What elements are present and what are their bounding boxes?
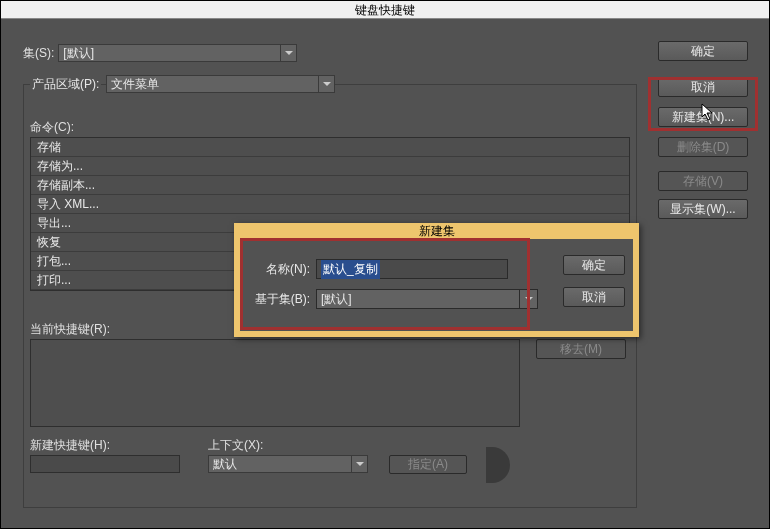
product-area-label: 产品区域(P):	[32, 77, 99, 91]
context-label: 上下文(X):	[208, 437, 263, 454]
name-label: 名称(N):	[246, 261, 310, 278]
list-item[interactable]: 存储副本...	[31, 176, 629, 195]
product-area-legend: 产品区域(P):	[30, 76, 101, 93]
product-area-value: 文件菜单	[111, 76, 159, 93]
name-row: 名称(N): 默认_复制	[246, 257, 508, 281]
set-dropdown-value: [默认]	[63, 45, 94, 62]
remove-button: 移去(M)	[536, 339, 626, 359]
save-button: 存储(V)	[658, 171, 748, 191]
list-item[interactable]: 存储	[31, 138, 629, 157]
ok-button[interactable]: 确定	[658, 41, 748, 61]
name-input[interactable]: 默认_复制	[316, 259, 508, 279]
based-on-row: 基于集(B): [默认]	[246, 287, 538, 311]
modal-ok-button[interactable]: 确定	[563, 255, 625, 275]
delete-set-button: 删除集(D)	[658, 137, 748, 157]
cancel-button[interactable]: 取消	[658, 77, 748, 97]
show-set-button[interactable]: 显示集(W)...	[658, 199, 748, 219]
modal-body: 名称(N): 默认_复制 基于集(B): [默认] 确定 取消	[240, 239, 633, 331]
commands-label: 命令(C):	[30, 119, 74, 136]
new-set-button[interactable]: 新建集(N)...	[658, 107, 748, 127]
dialog-title: 键盘快捷键	[1, 1, 769, 19]
list-item[interactable]: 导入 XML...	[31, 195, 629, 214]
current-shortcuts-list[interactable]	[30, 339, 520, 427]
current-shortcut-label: 当前快捷键(R):	[30, 321, 110, 338]
chevron-down-icon	[280, 45, 296, 61]
list-item[interactable]: 存储为...	[31, 157, 629, 176]
chevron-down-icon	[318, 76, 334, 92]
based-on-dropdown[interactable]: [默认]	[316, 289, 538, 309]
context-dropdown[interactable]: 默认	[208, 455, 368, 473]
new-set-modal: 新建集 名称(N): 默认_复制 基于集(B): [默认] 确定 取消	[234, 223, 639, 337]
set-dropdown[interactable]: [默认]	[58, 44, 297, 62]
name-input-selected-text: 默认_复制	[321, 260, 380, 279]
new-shortcut-label: 新建快捷键(H):	[30, 437, 110, 454]
set-label: 集(S):	[23, 45, 54, 62]
new-shortcut-input[interactable]	[30, 455, 180, 473]
based-on-label: 基于集(B):	[246, 291, 310, 308]
product-area-dropdown[interactable]: 文件菜单	[106, 75, 335, 93]
context-value: 默认	[213, 456, 237, 473]
based-on-value: [默认]	[321, 291, 352, 308]
modal-title: 新建集	[234, 223, 639, 239]
assign-button: 指定(A)	[389, 455, 467, 474]
set-row: 集(S): [默认]	[23, 44, 297, 62]
chevron-down-icon	[519, 290, 537, 308]
decorative-shape	[486, 447, 510, 483]
modal-cancel-button[interactable]: 取消	[563, 287, 625, 307]
chevron-down-icon	[351, 456, 367, 472]
